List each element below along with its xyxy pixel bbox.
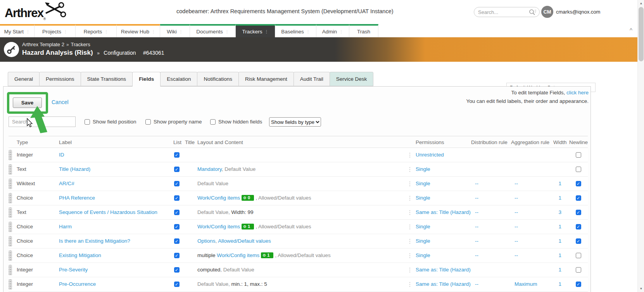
permission-drag-handle[interactable] <box>409 224 411 230</box>
permission-link[interactable]: Unrestricted <box>416 152 444 158</box>
field-label-link[interactable]: Is there an Existing Mitigation? <box>59 238 130 244</box>
filter-show-hidden-fields[interactable]: Show hidden fields <box>210 119 262 125</box>
layout-link[interactable]: Allowed/Default values <box>218 238 271 244</box>
list-checkbox[interactable] <box>174 238 180 244</box>
scrollbar-thumb[interactable] <box>639 7 644 61</box>
layout-link[interactable]: Work/Config items <box>197 224 240 229</box>
nav-item-menu-icon[interactable]: ⋮ <box>152 30 155 34</box>
tab-escalation[interactable]: Escalation <box>160 72 197 86</box>
save-button[interactable]: Save <box>13 97 42 108</box>
list-checkbox[interactable] <box>174 152 180 158</box>
user-email[interactable]: cmarks@iqnox.com <box>556 9 600 15</box>
list-checkbox[interactable] <box>174 253 180 258</box>
drag-handle[interactable] <box>9 279 12 290</box>
newline-checkbox[interactable] <box>576 238 581 244</box>
drag-handle[interactable] <box>9 179 12 189</box>
distribution-rule-link[interactable]: -- <box>475 281 478 287</box>
permission-drag-handle[interactable] <box>409 152 411 158</box>
layout-link[interactable]: Work/Config items <box>217 252 259 258</box>
global-search-input[interactable] <box>478 8 528 16</box>
permission-drag-handle[interactable] <box>409 167 411 172</box>
newline-checkbox[interactable] <box>576 195 581 201</box>
width-link[interactable]: 1 <box>548 224 561 229</box>
permission-link[interactable]: Single <box>416 166 430 172</box>
nav-item-menu-icon[interactable]: ⋮ <box>339 30 343 34</box>
newline-checkbox[interactable] <box>576 282 581 287</box>
tab-general[interactable]: General <box>8 72 40 86</box>
newline-checkbox[interactable] <box>576 267 581 273</box>
nav-item-trackers[interactable]: Trackers⋮ <box>236 24 275 37</box>
scrollbar-down-icon[interactable]: ▼ <box>638 287 644 290</box>
aggregation-rule-link[interactable]: -- <box>515 181 518 186</box>
permission-link[interactable]: Single <box>416 195 430 201</box>
drag-handle[interactable] <box>9 222 12 232</box>
tab-risk-management[interactable]: Risk Management <box>238 72 294 86</box>
permission-drag-handle[interactable] <box>409 238 411 244</box>
show-fields-by-type-select[interactable]: Show fields by type <box>269 117 321 127</box>
tab-state-transitions[interactable]: State Transitions <box>81 72 133 86</box>
drag-handle[interactable] <box>9 164 12 175</box>
newline-checkbox[interactable] <box>576 167 581 172</box>
permission-drag-handle[interactable] <box>409 267 411 273</box>
width-link[interactable]: 1 <box>548 181 561 186</box>
tab-notifications[interactable]: Notifications <box>197 72 239 86</box>
checkbox-icon[interactable] <box>210 119 216 125</box>
distribution-rule-link[interactable]: -- <box>475 252 478 258</box>
layout-link[interactable]: Options <box>197 238 216 244</box>
field-label-link[interactable]: Title (Hazard) <box>59 166 90 172</box>
width-link[interactable]: 1 <box>548 195 561 201</box>
permission-link[interactable]: Same as: Title (Hazard) <box>416 209 471 215</box>
field-label-link[interactable]: AR/C# <box>59 181 74 186</box>
nav-item-documents[interactable]: Documents⋮ <box>190 24 236 37</box>
tab-service-desk[interactable]: Service Desk <box>330 72 374 86</box>
nav-item-menu-icon[interactable]: ⋮ <box>26 30 30 34</box>
page-title[interactable]: Hazard Analysis (Risk) <box>22 49 93 56</box>
permission-link[interactable]: Single <box>416 252 430 258</box>
filter-show-field-position[interactable]: Show field position <box>85 119 136 125</box>
drag-handle[interactable] <box>9 207 12 218</box>
cancel-link[interactable]: Cancel <box>52 99 69 105</box>
click-here-link[interactable]: click here <box>566 90 589 96</box>
breadcrumb-section[interactable]: Trackers <box>71 42 90 47</box>
permission-drag-handle[interactable] <box>409 253 411 259</box>
permission-link[interactable]: Same as: Title (Hazard) <box>416 281 471 287</box>
field-label-link[interactable]: Sequence of Events / Hazardous Situation <box>59 209 157 215</box>
aggregation-rule-link[interactable]: -- <box>515 238 518 244</box>
field-search-input[interactable] <box>9 116 76 127</box>
checkbox-icon[interactable] <box>145 119 151 125</box>
field-label-link[interactable]: PHA Reference <box>59 195 95 201</box>
drag-handle[interactable] <box>9 150 12 160</box>
config-count-badge[interactable]: ⚙0 <box>242 195 254 201</box>
distribution-rule-link[interactable]: -- <box>475 181 478 186</box>
permission-link[interactable]: Same as: Title (Hazard) <box>416 267 471 273</box>
aggregation-rule-link[interactable]: -- <box>515 252 518 258</box>
permission-drag-handle[interactable] <box>409 181 411 187</box>
checkbox-icon[interactable] <box>85 119 90 125</box>
permission-drag-handle[interactable] <box>409 282 411 287</box>
field-label-link[interactable]: Pre-Occurrence <box>59 281 96 287</box>
list-checkbox[interactable] <box>174 195 180 201</box>
permission-link[interactable]: Single <box>416 238 430 244</box>
field-label-link[interactable]: ID <box>59 152 64 158</box>
list-checkbox[interactable] <box>174 224 180 229</box>
distribution-rule-link[interactable]: -- <box>475 209 478 215</box>
width-link[interactable]: 1 <box>548 238 561 244</box>
nav-collapse-icon[interactable]: ^ <box>630 27 632 33</box>
nav-item-baselines[interactable]: Baselines⋮ <box>275 24 316 37</box>
avatar[interactable]: CM <box>541 6 553 18</box>
list-checkbox[interactable] <box>174 181 180 186</box>
drag-handle[interactable] <box>9 265 12 275</box>
tab-fields[interactable]: Fields <box>132 72 161 87</box>
drag-handle[interactable] <box>9 193 12 203</box>
newline-checkbox[interactable] <box>576 253 581 258</box>
list-checkbox[interactable] <box>174 210 180 215</box>
nav-item-menu-icon[interactable]: ⋮ <box>225 30 229 34</box>
nav-item-menu-icon[interactable]: ⋮ <box>64 30 67 34</box>
field-label-link[interactable]: Existing Mitigation <box>59 252 101 258</box>
width-link[interactable]: 1 <box>548 281 561 287</box>
layout-link[interactable]: Work/Config items <box>197 195 240 201</box>
breadcrumb-project[interactable]: Arthrex Template 2 <box>22 42 64 47</box>
global-search[interactable] <box>474 7 540 17</box>
permission-link[interactable]: Single <box>416 181 430 186</box>
newline-checkbox[interactable] <box>576 210 581 215</box>
